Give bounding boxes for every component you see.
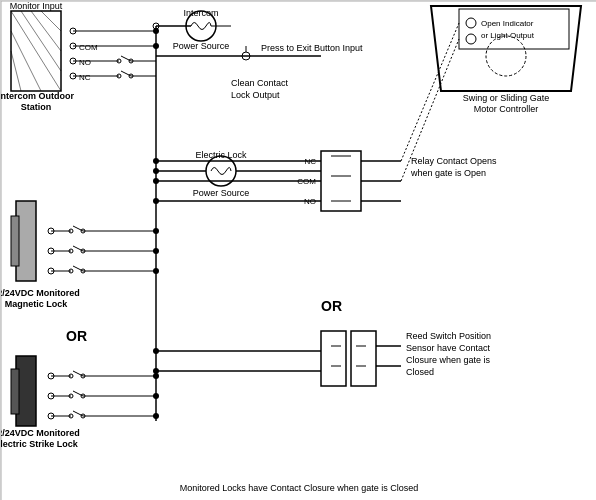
relay-contact-label1: Relay Contact Opens bbox=[411, 156, 497, 166]
svg-point-94 bbox=[153, 178, 159, 184]
footer-label: Monitored Locks have Contact Closure whe… bbox=[180, 483, 419, 493]
monitor-input-label: Monitor Input bbox=[10, 1, 63, 11]
clean-contact-label2: Lock Output bbox=[231, 90, 280, 100]
svg-point-107 bbox=[153, 348, 159, 354]
no-label-1: NO bbox=[79, 58, 91, 67]
nc-label-1: NC bbox=[79, 73, 91, 82]
svg-point-93 bbox=[153, 158, 159, 164]
mag-lock-label2: Magnetic Lock bbox=[5, 299, 69, 309]
svg-point-95 bbox=[153, 198, 159, 204]
intercom-power-label1: Intercom bbox=[183, 8, 218, 18]
svg-point-61 bbox=[153, 248, 159, 254]
svg-point-108 bbox=[153, 368, 159, 374]
elec-lock-power-label1: Electric Lock bbox=[195, 150, 247, 160]
mag-lock-label1: 12/24VDC Monitored bbox=[1, 288, 80, 298]
clean-contact-label1: Clean Contact bbox=[231, 78, 289, 88]
svg-point-62 bbox=[153, 268, 159, 274]
relay-contact-label2: when gate is Open bbox=[410, 168, 486, 178]
reed-label1: Reed Switch Position bbox=[406, 331, 491, 341]
svg-rect-41 bbox=[11, 216, 19, 266]
intercom-outdoor-label2: Station bbox=[21, 102, 52, 112]
intercom-power-label2: Power Source bbox=[173, 41, 230, 51]
open-indicator-label1: Open Indicator bbox=[481, 19, 534, 28]
intercom-outdoor-label: Intercom Outdoor bbox=[1, 91, 74, 101]
svg-point-84 bbox=[153, 393, 159, 399]
com-label-1: COM bbox=[79, 43, 98, 52]
swing-gate-label1: Swing or Sliding Gate bbox=[463, 93, 550, 103]
reed-label3: Closure when gate is bbox=[406, 355, 491, 365]
strike-lock-label1: 12/24VDC Monitored bbox=[1, 428, 80, 438]
svg-point-85 bbox=[153, 413, 159, 419]
svg-rect-64 bbox=[11, 369, 19, 414]
elec-lock-power-label2: Power Source bbox=[193, 188, 250, 198]
or-label-1: OR bbox=[66, 328, 87, 344]
svg-point-38 bbox=[153, 168, 159, 174]
svg-point-24 bbox=[153, 28, 159, 34]
reed-label4: Closed bbox=[406, 367, 434, 377]
or-label-2: OR bbox=[321, 298, 342, 314]
wiring-diagram: Monitor Input COM NO NC Intercom Outdoor… bbox=[0, 0, 596, 500]
press-exit-label: Press to Exit Button Input bbox=[261, 43, 363, 53]
svg-point-25 bbox=[153, 43, 159, 49]
strike-lock-label2: Electric Strike Lock bbox=[1, 439, 79, 449]
open-indicator-label2: or Light Output bbox=[481, 31, 535, 40]
swing-gate-label2: Motor Controller bbox=[474, 104, 539, 114]
reed-label2: Sensor have Contact bbox=[406, 343, 491, 353]
svg-point-60 bbox=[153, 228, 159, 234]
